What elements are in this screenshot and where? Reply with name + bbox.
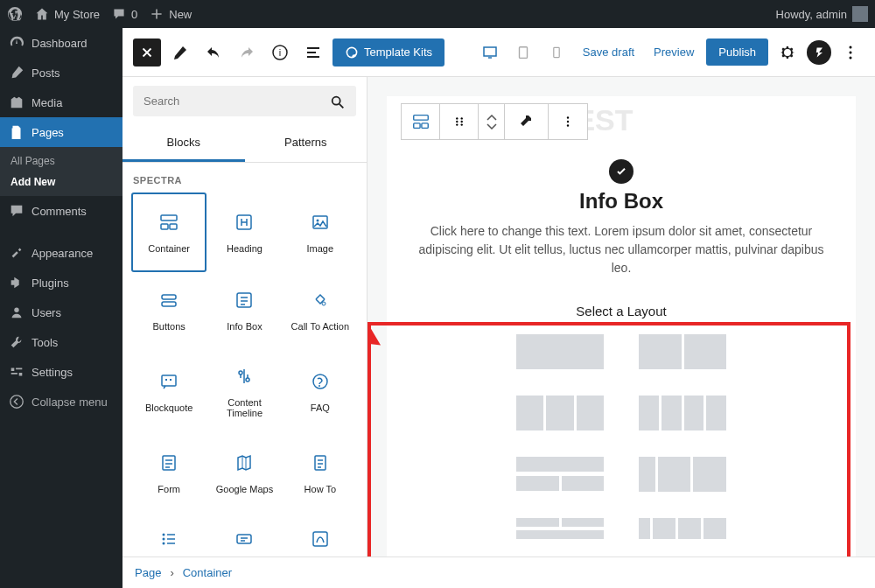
options-button[interactable] — [836, 38, 864, 66]
page-content[interactable]: SPECTRA TEST Info Box Click here to chan… — [387, 96, 856, 588]
block-form[interactable]: Form — [131, 436, 206, 512]
undo-button[interactable] — [200, 38, 228, 66]
block-info-box[interactable]: Info Box — [206, 272, 282, 348]
svg-point-21 — [322, 302, 326, 305]
menu-pages[interactable]: Pages — [0, 117, 122, 147]
template-kits-button[interactable]: Template Kits — [332, 38, 444, 66]
block-label: How To — [304, 484, 336, 494]
site-name: My Store — [54, 8, 100, 21]
block-label: FAQ — [311, 402, 330, 413]
info-button[interactable]: i — [266, 38, 294, 66]
editor-topbar: i Template Kits Save draft Preview Publi… — [122, 28, 875, 77]
block-type-button[interactable] — [402, 104, 440, 139]
block-content-timeline[interactable]: Content Timeline — [206, 348, 282, 435]
crumb-page[interactable]: Page — [135, 566, 161, 579]
home-link[interactable]: My Store — [35, 7, 100, 21]
block-label: Info Box — [227, 321, 262, 332]
menu-settings-label: Settings — [32, 366, 73, 379]
svg-rect-34 — [413, 116, 428, 121]
editor: i Template Kits Save draft Preview Publi… — [122, 28, 875, 588]
menu-tools-label: Tools — [32, 336, 58, 349]
preview-button[interactable]: Preview — [647, 40, 701, 64]
move-up-down[interactable] — [479, 104, 505, 139]
save-draft-button[interactable]: Save draft — [576, 40, 641, 64]
menu-posts[interactable]: Posts — [0, 58, 122, 88]
desktop-view-button[interactable] — [476, 38, 504, 66]
timeline-icon — [234, 366, 255, 388]
submenu-all-pages[interactable]: All Pages — [0, 150, 122, 172]
search-input[interactable] — [133, 86, 356, 116]
mobile-view-button[interactable] — [542, 38, 570, 66]
layout-2-1[interactable] — [516, 518, 604, 539]
menu-dashboard[interactable]: Dashboard — [0, 28, 122, 58]
adminbar: My Store 0 New Howdy, admin — [0, 0, 875, 28]
svg-point-37 — [456, 117, 458, 119]
wp-logo[interactable] — [7, 6, 23, 22]
close-inserter-button[interactable] — [133, 38, 161, 66]
container-icon — [158, 212, 179, 234]
tab-blocks[interactable]: Blocks — [122, 125, 245, 162]
block-cta[interactable]: Call To Action — [283, 272, 358, 348]
submenu-pages: All Pages Add New — [0, 147, 122, 196]
select-layout-title: Select a Layout — [408, 304, 835, 318]
comments-link[interactable]: 0 — [112, 7, 137, 21]
layout-4col[interactable] — [639, 396, 726, 430]
block-image[interactable]: Image — [283, 192, 358, 272]
svg-point-31 — [163, 542, 165, 545]
spectra-icon[interactable] — [807, 40, 831, 65]
svg-point-23 — [239, 371, 242, 374]
howto-icon — [310, 452, 331, 475]
new-link[interactable]: New — [150, 7, 192, 21]
layout-sidebar-3[interactable] — [639, 518, 726, 539]
layout-1col[interactable] — [516, 334, 604, 369]
list-view-button[interactable] — [299, 38, 327, 66]
howdy-link[interactable]: Howdy, admin — [776, 6, 868, 22]
redo-button[interactable] — [233, 38, 261, 66]
menu-users[interactable]: Users — [0, 298, 122, 327]
submenu-add-new[interactable]: Add New — [0, 172, 122, 192]
settings-gear-button[interactable] — [774, 38, 802, 66]
search-icon — [330, 94, 346, 110]
block-label: Call To Action — [291, 321, 349, 332]
copy-style-button[interactable] — [505, 104, 549, 139]
menu-plugins-label: Plugins — [32, 276, 69, 290]
layout-sidebar-2[interactable] — [639, 457, 726, 492]
comments-count: 0 — [131, 8, 137, 21]
block-blockquote[interactable]: Blockquote — [131, 348, 206, 435]
layout-3col[interactable] — [516, 396, 604, 430]
block-heading[interactable]: Heading — [206, 192, 282, 272]
info-box-block[interactable]: Info Box Click here to change this text.… — [408, 159, 835, 277]
menu-comments[interactable]: Comments — [0, 196, 122, 226]
menu-plugins[interactable]: Plugins — [0, 268, 122, 298]
menu-appearance[interactable]: Appearance — [0, 238, 122, 268]
map-icon — [234, 452, 255, 475]
icon-list-icon — [158, 528, 179, 551]
info-box-icon — [234, 290, 255, 312]
svg-point-25 — [313, 374, 327, 388]
svg-point-43 — [567, 116, 569, 118]
tab-patterns[interactable]: Patterns — [245, 125, 368, 162]
menu-settings[interactable]: Settings — [0, 357, 122, 387]
menu-tools[interactable]: Tools — [0, 327, 122, 357]
tablet-view-button[interactable] — [509, 38, 537, 66]
crumb-container[interactable]: Container — [183, 566, 232, 579]
menu-collapse[interactable]: Collapse menu — [0, 387, 122, 416]
menu-dashboard-label: Dashboard — [32, 37, 88, 50]
heading-icon — [234, 212, 255, 234]
block-options-button[interactable] — [549, 104, 587, 139]
block-buttons[interactable]: Buttons — [131, 272, 206, 348]
block-google-maps[interactable]: Google Maps — [206, 436, 282, 512]
block-how-to[interactable]: How To — [283, 436, 358, 512]
drag-handle[interactable] — [440, 104, 479, 139]
tools-button[interactable] — [166, 38, 194, 66]
check-icon — [609, 159, 634, 184]
layout-1-2[interactable] — [516, 457, 604, 492]
svg-rect-36 — [421, 123, 427, 129]
publish-button[interactable]: Publish — [706, 38, 768, 66]
layout-2col[interactable] — [639, 334, 726, 369]
svg-point-26 — [318, 385, 320, 387]
block-container[interactable]: Container — [131, 192, 206, 272]
block-faq[interactable]: FAQ — [283, 348, 358, 435]
block-label: Buttons — [153, 321, 186, 332]
menu-media[interactable]: Media — [0, 88, 122, 117]
